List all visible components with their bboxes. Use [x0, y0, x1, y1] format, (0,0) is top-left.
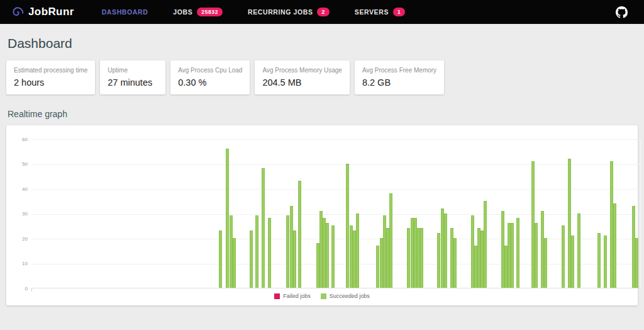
gridline	[31, 139, 640, 140]
chart-legend: Failed jobs Succeeded jobs	[6, 293, 638, 299]
github-icon	[616, 6, 628, 18]
chart-bar	[389, 193, 392, 288]
chart-bar	[326, 223, 329, 288]
chart-bar	[562, 225, 565, 288]
chart-bar	[293, 230, 296, 288]
gridline	[31, 189, 640, 190]
page-title: Dashboard	[8, 36, 638, 51]
chart-bar	[516, 218, 519, 288]
brand-logo[interactable]: JobRunr	[11, 6, 74, 18]
failed-jobs-swatch	[274, 293, 280, 299]
gridline	[31, 164, 640, 165]
servers-count-badge: 1	[393, 8, 405, 16]
nav-item-recurring-jobs[interactable]: RECURRING JOBS 2	[248, 8, 330, 16]
main-content: Dashboard Estimated processing time 2 ho…	[0, 36, 644, 305]
chart-bar	[635, 238, 638, 288]
stat-label: Avg Process Memory Usage	[262, 67, 342, 74]
navbar: JobRunr DASHBOARD JOBS 25832 RECURRING J…	[0, 0, 644, 24]
chart-bar	[420, 228, 423, 288]
chart-bar	[376, 246, 379, 288]
y-axis-tick-label: 60	[11, 137, 28, 142]
chart-bar	[286, 215, 289, 288]
jobrunr-spiral-icon	[11, 6, 24, 18]
nav-item-label: JOBS	[173, 8, 192, 16]
stat-value: 0.30 %	[178, 77, 242, 88]
brand-name: JobRunr	[28, 6, 74, 18]
plot-area: 0102030405060	[31, 139, 641, 288]
stat-card-free-memory: Avg Process Free Memory 8.2 GB	[355, 60, 444, 94]
chart-bar	[613, 203, 616, 288]
realtime-graph-panel: 0102030405060 Failed jobs Succeeded jobs	[6, 125, 638, 305]
succeeded-jobs-swatch	[321, 293, 326, 299]
nav-item-label: DASHBOARD	[102, 8, 148, 16]
chart-bar	[444, 213, 447, 288]
stat-card-processing-time: Estimated processing time 2 hours	[6, 60, 95, 94]
chart-bar	[356, 213, 359, 288]
chart-bar	[219, 230, 222, 288]
chart-bar	[346, 164, 349, 288]
nav-item-label: SERVERS	[355, 8, 389, 16]
y-axis-tick-label: 50	[11, 161, 28, 167]
legend-item-failed: Failed jobs	[274, 293, 311, 299]
nav-item-label: RECURRING JOBS	[248, 8, 313, 16]
y-axis-tick-label: 10	[11, 261, 28, 266]
nav-item-servers[interactable]: SERVERS 1	[355, 8, 406, 16]
chart-bar	[233, 238, 236, 288]
chart-bar	[250, 230, 253, 288]
gridline	[31, 214, 640, 215]
nav-item-dashboard[interactable]: DASHBOARD	[102, 8, 148, 16]
stat-value: 8.2 GB	[362, 77, 436, 88]
legend-item-succeeded: Succeeded jobs	[321, 293, 370, 299]
gridline	[31, 264, 640, 265]
y-axis-tick-label: 40	[11, 186, 28, 192]
chart-bar	[484, 201, 487, 288]
chart-bar	[535, 223, 538, 288]
chart-bar	[407, 228, 410, 288]
y-axis-tick-label: 20	[11, 236, 28, 242]
chart-bar	[268, 218, 271, 288]
chart-bar	[255, 215, 258, 288]
chart-bar	[298, 181, 301, 288]
stat-label: Estimated processing time	[14, 67, 87, 74]
chart-bar	[544, 238, 547, 288]
stat-card-memory-usage: Avg Process Memory Usage 204.5 MB	[255, 60, 350, 94]
stats-row: Estimated processing time 2 hours Uptime…	[6, 60, 638, 94]
chart-bar	[226, 149, 229, 288]
stat-card-cpu-load: Avg Process Cpu Load 0.30 %	[170, 60, 250, 94]
stat-label: Uptime	[108, 67, 158, 74]
stat-card-uptime: Uptime 27 minutes	[100, 60, 165, 94]
chart-bar	[437, 233, 440, 288]
legend-label: Failed jobs	[283, 293, 311, 299]
chart-bar	[577, 213, 580, 288]
chart-bar	[511, 223, 514, 288]
stat-label: Avg Process Cpu Load	[178, 67, 242, 74]
y-axis-tick-label: 0	[11, 286, 28, 292]
chart-bar	[262, 168, 265, 288]
realtime-graph-title: Realtime graph	[8, 109, 638, 119]
stat-value: 2 hours	[14, 77, 87, 88]
stat-value: 204.5 MB	[262, 77, 342, 88]
chart-bar	[571, 236, 574, 288]
legend-label: Succeeded jobs	[330, 293, 370, 299]
chart-bar	[604, 236, 607, 288]
jobs-count-badge: 25832	[197, 8, 223, 16]
nav-item-jobs[interactable]: JOBS 25832	[173, 8, 223, 16]
y-axis-tick-label: 30	[11, 211, 28, 217]
chart-bar	[331, 225, 335, 288]
chart-bar	[453, 238, 457, 288]
stat-value: 27 minutes	[108, 77, 158, 88]
github-link[interactable]	[616, 6, 628, 18]
stat-label: Avg Process Free Memory	[362, 67, 436, 74]
nav-links: DASHBOARD JOBS 25832 RECURRING JOBS 2 SE…	[102, 8, 406, 16]
chart-bar	[597, 233, 601, 288]
gridline	[31, 239, 640, 239]
recurring-jobs-count-badge: 2	[317, 8, 329, 16]
